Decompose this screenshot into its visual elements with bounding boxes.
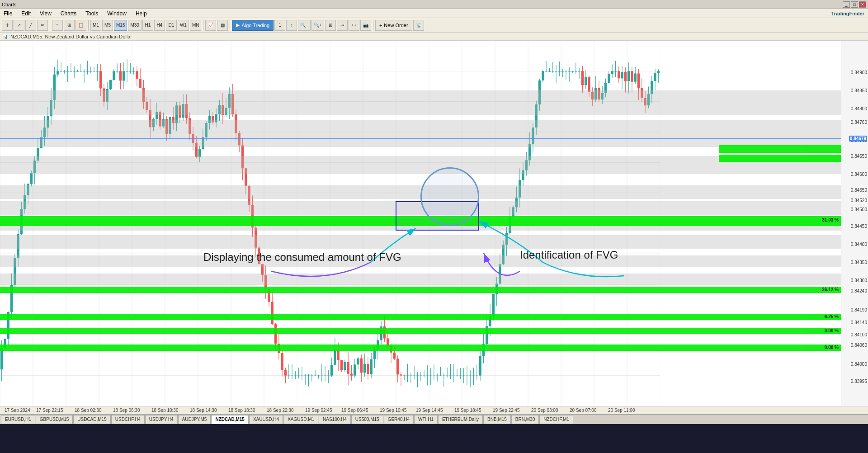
crosshair-tool[interactable]: ✛ [2,20,13,31]
price-84550: 0.84550 [851,188,867,193]
time-label-14: 20 Sep 03:00 [531,408,558,413]
price-84300: 0.84300 [851,278,867,283]
tab-usdcad-m15[interactable]: USDCAD,M15 [73,415,110,424]
objects-tool[interactable]: ⊞ [64,20,75,31]
menu-tools[interactable]: Tools [84,10,100,17]
arrow-tool[interactable]: ↗ [14,20,24,31]
order-icon: + [379,23,382,28]
algo-label: Algo Trading [241,23,269,28]
menu-view[interactable]: View [38,10,53,17]
indicator-tool[interactable]: ≡ [52,20,63,31]
tf-mn[interactable]: MN [190,20,202,31]
tab-nas100-h4[interactable]: NAS100,H4 [319,415,351,424]
tab-xagusd-m1[interactable]: XAGUSD,M1 [283,415,318,424]
price-84140: 0.84140 [851,320,867,325]
tab-nzdcad-m15[interactable]: NZDCAD,M15 [211,415,248,424]
window-title: Charts [2,2,16,7]
window-controls[interactable]: _ □ ✕ [843,1,866,8]
depth-market[interactable]: ↕ [286,20,297,31]
fvg-label-5: 6.25 % [825,314,839,319]
tf-m1[interactable]: M1 [90,20,101,31]
close-button[interactable]: ✕ [859,1,866,8]
price-84500: 0.84500 [851,207,867,212]
zoom-in[interactable]: 🔍+ [311,20,324,31]
time-label-16: 20 Sep 11:00 [608,408,635,413]
time-label-0: 17 Sep 2024 [5,408,30,413]
price-84650: 0.84650 [851,154,867,159]
fvg-label-6: 3.00 % [825,328,839,333]
tab-ethereum-daily[interactable]: ETHEREUM,Daily [438,415,483,424]
chart-info-bar: 📊 NZDCAD,M15: New Zealand Dollar vs Cana… [0,33,868,41]
tab-ger40-h4[interactable]: GER40,H4 [384,415,414,424]
scroll-right[interactable]: ↦ [349,20,359,31]
logo-text: TradingFinder [830,11,866,16]
signals-button[interactable]: 📡 [413,20,424,31]
tf-h4[interactable]: H4 [154,20,165,31]
tf-m5[interactable]: M5 [102,20,113,31]
menu-bar: File Edit View Charts Tools Window Help … [0,9,868,18]
grid-toggle[interactable]: ⊞ [325,20,336,31]
time-label-12: 19 Sep 18:45 [454,408,481,413]
tab-bnb-m15[interactable]: BNB,M15 [483,415,511,424]
fvg-label-3: 31.03 % [822,217,839,222]
tf-m15[interactable]: M15 [114,20,127,31]
maximize-button[interactable]: □ [851,1,858,8]
price-84800: 0.84800 [851,106,867,111]
fvg-band-lower-1: 26.12 % [0,287,841,293]
price-84400: 0.84400 [851,242,867,247]
templates-tool[interactable]: 📋 [75,20,86,31]
chart-type-bar[interactable]: ▦ [217,20,228,31]
gray-band-3 [0,156,841,174]
tab-usdjpy-h4[interactable]: USDJPY,H4 [145,415,178,424]
tf-h1[interactable]: H1 [142,20,153,31]
tab-usdchf-h4[interactable]: USDCHF,H4 [111,415,145,424]
tf-w1[interactable]: W1 [178,20,189,31]
menu-charts[interactable]: Charts [59,10,78,17]
separator-2 [88,20,89,31]
tf-d1[interactable]: D1 [166,20,177,31]
gray-band-8 [0,255,841,267]
price-84900: 0.84900 [851,70,867,75]
separator-3 [203,20,203,31]
time-label-8: 19 Sep 02:45 [305,408,332,413]
tab-eurusd-h1[interactable]: EURUSD,H1 [1,415,35,424]
tab-nzdchf-m1[interactable]: NZDCHF,M1 [539,415,573,424]
price-84060: 0.84060 [851,343,867,348]
tab-wti-h1[interactable]: WTI,H1 [414,415,438,424]
new-order-button[interactable]: + New Order [375,20,412,31]
gray-band-9 [0,274,841,285]
menu-help[interactable]: Help [134,10,149,17]
time-label-1: 17 Sep 22:15 [36,408,63,413]
tab-xauusd-h4[interactable]: XAUUSD,H4 [249,415,283,424]
annotation-consumed: Displaying the consumed amount of FVG [203,251,401,264]
order-label: New Order [384,23,408,28]
time-label-4: 18 Sep 10:30 [151,408,179,413]
screenshot[interactable]: 📷 [360,20,371,31]
one-click-trading[interactable]: 1 [274,20,285,31]
pen-tool[interactable]: ✏ [37,20,48,31]
tab-gbpusd-m15[interactable]: GBPUSD,M15 [36,415,73,424]
time-axis: 17 Sep 2024 17 Sep 22:15 18 Sep 02:30 18… [0,406,868,414]
menu-edit[interactable]: Edit [19,10,33,17]
fvg-band-lower-4: 0.00 % [0,344,841,351]
algo-trading-button[interactable]: ▶ Algo Trading [232,20,274,31]
tab-brn-m30[interactable]: BRN,M30 [511,415,539,424]
gray-band-1 [0,90,841,115]
chart-icon: 📊 [3,34,8,39]
separator-4 [230,20,230,31]
tab-us500-m15[interactable]: US500,M15 [351,415,383,424]
price-84450: 0.84450 [851,224,867,229]
line-tool[interactable]: ╱ [25,20,36,31]
minimize-button[interactable]: _ [843,1,850,8]
price-84850: 0.84850 [851,88,867,93]
tab-audjpy-m5[interactable]: AUDJPY,M5 [178,415,211,424]
price-84760: 0.84760 [851,120,867,125]
zoom-out[interactable]: 🔍− [298,20,311,31]
menu-file[interactable]: File [2,10,14,17]
tf-m30[interactable]: M30 [128,20,141,31]
menu-window[interactable]: Window [105,10,128,17]
auto-scroll[interactable]: ⇥ [337,20,348,31]
fvg-label-7: 0.00 % [825,345,839,350]
chart-type-line[interactable]: 📈 [205,20,216,31]
time-label-11: 19 Sep 14:45 [416,408,443,413]
